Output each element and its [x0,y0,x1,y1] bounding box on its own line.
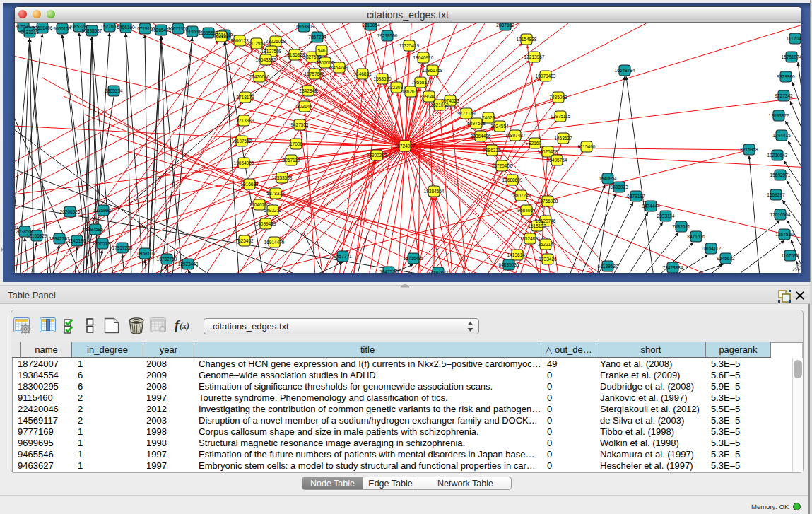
svg-text:2087682: 2087682 [496,23,514,28]
svg-text:12353593: 12353593 [272,175,293,180]
svg-text:72423884: 72423884 [663,265,683,270]
svg-text:10543392: 10543392 [256,57,276,62]
svg-text:1167534: 1167534 [782,253,799,258]
svg-text:1862615: 1862615 [401,89,420,94]
svg-text:10958107: 10958107 [135,251,155,256]
svg-text:12156829: 12156829 [27,233,47,238]
svg-text:18495754: 18495754 [547,158,567,163]
svg-text:15720407: 15720407 [492,163,512,168]
svg-text:8267110: 8267110 [283,158,300,163]
svg-text:9245612: 9245612 [717,256,735,261]
svg-text:546: 546 [318,48,326,53]
svg-text:9777169: 9777169 [457,111,476,116]
svg-text:19055713: 19055713 [15,24,34,29]
svg-text:25300203: 25300203 [367,153,387,158]
svg-text:10025458: 10025458 [538,149,558,154]
svg-text:6879197: 6879197 [627,194,645,199]
svg-text:252214: 252214 [538,242,553,247]
svg-text:12505135: 12505135 [93,241,113,246]
svg-text:16107552: 16107552 [232,139,252,144]
svg-text:17016504: 17016504 [770,212,791,217]
svg-text:1733426: 1733426 [539,257,557,262]
svg-text:1267530: 1267530 [775,232,794,237]
svg-text:19384554: 19384554 [424,189,445,194]
svg-text:16914479: 16914479 [264,240,285,245]
svg-text:18186328: 18186328 [285,52,305,57]
svg-text:8660123: 8660123 [230,38,249,43]
svg-text:64139537: 64139537 [598,264,618,269]
svg-text:7625402: 7625402 [235,238,254,243]
svg-text:8912954: 8912954 [247,41,266,46]
svg-text:2342848: 2342848 [299,88,317,93]
svg-text:20206526: 20206526 [60,209,81,214]
svg-text:1640954: 1640954 [599,176,617,181]
svg-text:14136141: 14136141 [507,252,528,257]
svg-text:(x): (x) [180,321,189,331]
svg-text:1527602: 1527602 [100,24,119,29]
svg-text:17957255: 17957255 [112,245,133,250]
svg-text:23226058: 23226058 [266,39,286,44]
svg-text:9329966: 9329966 [777,74,795,79]
svg-text:8471636: 8471636 [687,234,705,239]
svg-text:9684067: 9684067 [517,208,536,213]
svg-text:15692971: 15692971 [770,173,791,177]
svg-text:1615132: 1615132 [528,223,546,228]
svg-text:803144: 803144 [297,104,312,109]
svg-text:1588520: 1588520 [373,76,392,81]
svg-text:2933114: 2933114 [657,214,675,218]
svg-text:7857224: 7857224 [308,35,326,40]
svg-text:2718179: 2718179 [236,95,254,100]
svg-text:0433218: 0433218 [20,30,39,35]
svg-text:9427552: 9427552 [290,122,309,127]
svg-text:6974023: 6974023 [441,98,459,103]
svg-text:34192832: 34192832 [428,270,449,273]
svg-text:18127508: 18127508 [261,49,282,54]
svg-text:7485063: 7485063 [549,95,567,100]
svg-text:90838637: 90838637 [82,28,102,33]
svg-text:64835030: 64835030 [499,262,519,267]
svg-text:1569297: 1569297 [767,192,785,197]
svg-text:2867608: 2867608 [316,60,334,65]
svg-text:1916682: 1916682 [240,182,259,187]
svg-text:8215958: 8215958 [740,147,758,152]
svg-text:9327508: 9327508 [303,54,322,59]
svg-text:9474444: 9474444 [642,204,660,209]
svg-text:10210643: 10210643 [767,153,788,158]
svg-text:16120746: 16120746 [536,218,556,223]
svg-text:8938923: 8938923 [610,185,628,189]
svg-text:74626: 74626 [482,115,495,120]
svg-text:18724007: 18724007 [395,144,416,148]
svg-text:12093872: 12093872 [769,113,789,118]
svg-text:19218506: 19218506 [377,33,398,38]
svg-text:10154838: 10154838 [517,37,537,42]
svg-text:7632621: 7632621 [672,224,690,229]
svg-text:19975857: 19975857 [86,227,106,232]
svg-text:18807249: 18807249 [511,193,531,198]
svg-text:763822: 763822 [213,34,229,39]
svg-text:1244415: 1244415 [772,133,791,138]
svg-text:18640910: 18640910 [413,55,434,60]
svg-text:16782759: 16782759 [157,257,177,262]
svg-text:8813054: 8813054 [362,23,380,28]
svg-text:16648784: 16648784 [615,68,635,73]
svg-text:20364436: 20364436 [471,134,491,139]
svg-text:11325419: 11325419 [399,43,420,48]
svg-text:10654112: 10654112 [701,246,722,251]
svg-text:10961758: 10961758 [423,68,443,73]
svg-text:15716485: 15716485 [404,256,424,261]
svg-text:1112043: 1112043 [787,36,801,41]
svg-text:5493212: 5493212 [264,208,282,213]
svg-text:12923448: 12923448 [178,262,199,267]
svg-text:6466160: 6466160 [117,25,135,30]
svg-text:2805334: 2805334 [105,88,123,93]
svg-text:82160: 82160 [529,141,541,146]
svg-text:9115460: 9115460 [578,144,596,149]
svg-text:10688609: 10688609 [502,177,523,182]
svg-text:12359934: 12359934 [93,208,114,213]
svg-text:10807487: 10807487 [505,133,526,138]
svg-text:12975115: 12975115 [551,114,571,119]
svg-text:1647525: 1647525 [379,269,398,273]
svg-text:13524851: 13524851 [520,236,541,241]
svg-text:7986322: 7986322 [483,148,501,153]
svg-text:19654965: 19654965 [234,160,254,165]
